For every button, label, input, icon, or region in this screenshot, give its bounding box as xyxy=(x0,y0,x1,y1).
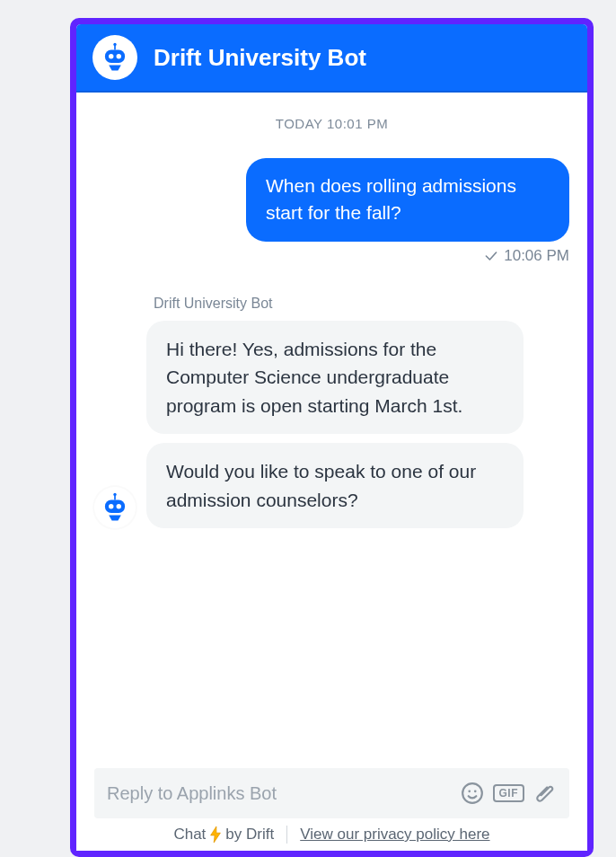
message-sent-time: 10:06 PM xyxy=(504,247,569,265)
svg-point-4 xyxy=(117,54,121,58)
svg-point-12 xyxy=(473,791,476,793)
chat-widget: Drift University Bot TODAY 10:01 PM When… xyxy=(76,24,587,851)
svg-rect-2 xyxy=(105,50,125,63)
lightning-icon xyxy=(208,826,223,843)
robot-icon xyxy=(100,492,130,523)
svg-rect-7 xyxy=(105,500,125,513)
bot-message-row: Would you like to speak to one of our ad… xyxy=(94,443,569,528)
privacy-policy-link[interactable]: View our privacy policy here xyxy=(300,826,489,844)
bot-avatar xyxy=(92,35,137,80)
gif-icon[interactable]: GIF xyxy=(493,784,525,802)
bot-message-bubble: Would you like to speak to one of our ad… xyxy=(146,443,524,528)
svg-point-9 xyxy=(117,504,121,508)
bot-message-row: Hi there! Yes, admissions for the Comput… xyxy=(94,321,569,435)
powered-by-row: Chat by Drift View our privacy policy he… xyxy=(76,826,587,851)
checkmark-icon xyxy=(484,249,498,263)
reply-input[interactable] xyxy=(107,783,452,804)
user-message-row: When does rolling admissions start for t… xyxy=(94,158,569,242)
chat-body[interactable]: TODAY 10:01 PM When does rolling admissi… xyxy=(76,93,587,768)
chat-title: Drift University Bot xyxy=(154,44,366,72)
powered-prefix: Chat xyxy=(173,826,206,844)
footer-divider xyxy=(286,826,287,844)
message-sent-meta: 10:06 PM xyxy=(94,247,569,265)
svg-point-10 xyxy=(462,783,482,803)
chat-widget-frame: Drift University Bot TODAY 10:01 PM When… xyxy=(70,18,594,857)
composer: GIF xyxy=(94,768,569,818)
conversation-timestamp: TODAY 10:01 PM xyxy=(94,116,569,131)
robot-icon xyxy=(100,42,130,73)
powered-suffix: by Drift xyxy=(225,826,274,844)
svg-point-11 xyxy=(468,791,471,793)
chat-header: Drift University Bot xyxy=(76,24,587,93)
paperclip-icon[interactable] xyxy=(533,782,557,805)
powered-by-drift[interactable]: Chat by Drift xyxy=(173,826,274,844)
user-message-bubble: When does rolling admissions start for t… xyxy=(246,158,569,242)
svg-point-3 xyxy=(109,54,113,58)
bot-sender-label: Drift University Bot xyxy=(154,296,569,312)
chat-footer: GIF Chat by Drift View our privacy polic… xyxy=(76,768,587,851)
smiley-icon[interactable] xyxy=(461,782,484,805)
svg-point-8 xyxy=(109,504,113,508)
bot-message-bubble: Hi there! Yes, admissions for the Comput… xyxy=(146,321,524,435)
bot-avatar xyxy=(94,487,136,528)
